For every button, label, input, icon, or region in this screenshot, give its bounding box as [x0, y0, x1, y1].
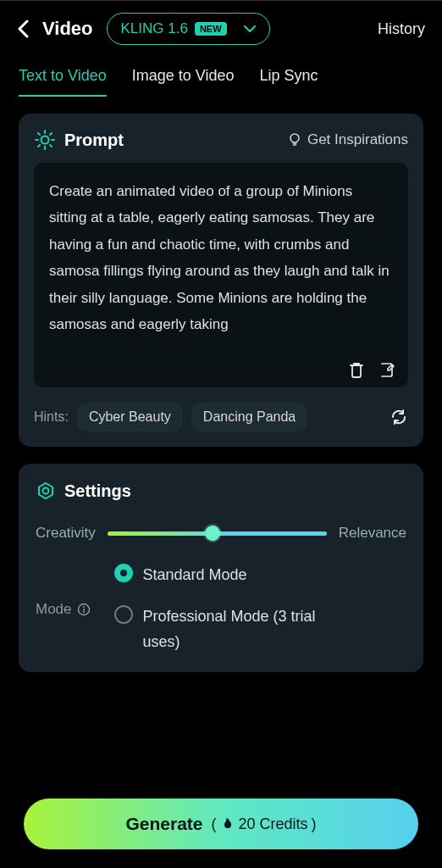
- hints-row: Hints: Cyber Beauty Dancing Panda: [34, 403, 408, 431]
- relevance-label: Relevance: [339, 525, 406, 542]
- model-name: KLING 1.6: [121, 20, 188, 37]
- info-icon[interactable]: [77, 603, 91, 616]
- tab-bar: Text to Video Image to Video Lip Sync: [0, 57, 442, 97]
- prompt-card: Prompt Get Inspirations Create an animat…: [19, 114, 423, 447]
- edit-icon: [378, 360, 396, 379]
- radio-checked-icon: [114, 564, 133, 582]
- svg-rect-13: [83, 609, 84, 613]
- refresh-icon: [390, 408, 408, 426]
- mode-standard[interactable]: Standard Mode: [114, 562, 406, 588]
- fire-icon: [220, 816, 235, 832]
- svg-point-12: [83, 606, 85, 608]
- refresh-hints-button[interactable]: [390, 408, 408, 426]
- tab-image-to-video[interactable]: Image to Video: [132, 67, 235, 97]
- svg-line-5: [38, 133, 40, 135]
- model-select[interactable]: KLING 1.6 NEW: [107, 13, 270, 45]
- generate-cost: ( 20 Credits ): [212, 815, 317, 833]
- hint-chip-0[interactable]: Cyber Beauty: [77, 403, 183, 431]
- generate-label: Generate: [125, 814, 202, 834]
- new-badge: NEW: [195, 22, 227, 36]
- sun-icon: [34, 129, 56, 151]
- svg-line-7: [38, 145, 40, 147]
- mode-professional[interactable]: Professional Mode (3 trial uses): [114, 604, 406, 655]
- get-inspirations-button[interactable]: Get Inspirations: [287, 131, 408, 148]
- settings-title: Settings: [64, 481, 131, 501]
- svg-point-10: [43, 488, 49, 494]
- chevron-down-icon: [244, 25, 256, 32]
- history-link[interactable]: History: [378, 20, 425, 38]
- prompt-title: Prompt: [64, 131, 124, 150]
- trash-icon: [347, 360, 366, 379]
- settings-card: Settings Creativity Relevance Mode Stand…: [19, 464, 423, 672]
- radio-unchecked-icon: [114, 605, 133, 624]
- hexagon-icon: [36, 481, 56, 501]
- delete-button[interactable]: [347, 360, 366, 379]
- prompt-text: Create an animated video of a group of M…: [49, 183, 390, 332]
- hints-label: Hints:: [34, 409, 69, 425]
- generate-button[interactable]: Generate ( 20 Credits ): [24, 798, 418, 849]
- page-title: Video: [42, 18, 93, 40]
- creativity-slider[interactable]: [108, 531, 327, 536]
- svg-line-6: [50, 145, 52, 147]
- slider-thumb[interactable]: [205, 526, 220, 541]
- svg-point-9: [290, 134, 299, 142]
- svg-point-0: [41, 136, 49, 144]
- creativity-label: Creativity: [36, 525, 96, 542]
- tab-text-to-video[interactable]: Text to Video: [19, 67, 107, 97]
- hint-chip-1[interactable]: Dancing Panda: [191, 403, 307, 431]
- mode-label: Mode: [36, 562, 91, 655]
- edit-button[interactable]: [378, 360, 396, 379]
- tab-lip-sync[interactable]: Lip Sync: [260, 67, 318, 97]
- app-header: Video KLING 1.6 NEW History: [0, 1, 442, 57]
- svg-line-8: [50, 133, 52, 135]
- back-button[interactable]: [17, 19, 29, 38]
- bulb-icon: [287, 132, 302, 147]
- prompt-textarea[interactable]: Create an animated video of a group of M…: [34, 163, 408, 387]
